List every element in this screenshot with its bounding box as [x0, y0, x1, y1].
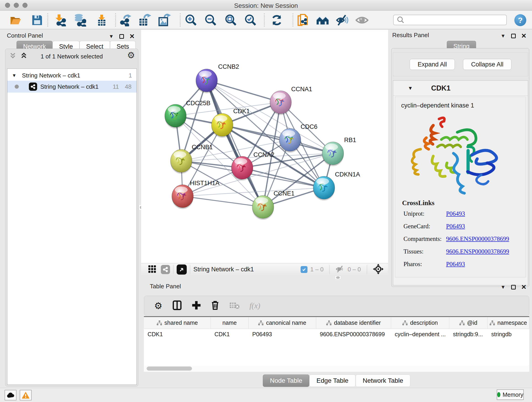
network-label: String Network – cdk1 [40, 83, 99, 90]
tab-edge-table[interactable]: Edge Table [309, 375, 355, 387]
refresh-icon[interactable] [270, 14, 283, 27]
column-label: @id [467, 319, 477, 326]
network-collection-row[interactable]: ▼ String Network – cdk1 1 [7, 70, 137, 81]
zoom-selected-icon[interactable] [244, 14, 257, 27]
crosslink-link[interactable]: 9606.ENSP00000378699 [446, 248, 509, 255]
table-panel-menu-icon[interactable]: ▼ [500, 284, 506, 290]
column-header-namespace[interactable]: namespace [488, 317, 529, 329]
import-table-file-icon[interactable] [95, 14, 108, 27]
zoom-fit-icon[interactable] [225, 14, 237, 27]
network-edge[interactable] [207, 80, 263, 207]
gene-entry-header[interactable]: ▼ CDK1 [393, 81, 528, 96]
network-view[interactable]: CCNB2CCNA1CDC25BCDK1CDC6RB1CCNB1CCNA2CDK… [141, 30, 388, 275]
help-button[interactable]: ? [514, 14, 526, 26]
grid-mode-icon[interactable] [148, 265, 156, 274]
results-panel-float-icon[interactable] [511, 34, 516, 38]
column-header-shared-name[interactable]: shared name [144, 317, 211, 329]
crosslink-link[interactable]: P06493 [446, 223, 465, 230]
warning-button[interactable] [20, 390, 32, 400]
network-edge[interactable] [207, 80, 281, 102]
network-node-cdc6[interactable] [279, 128, 301, 153]
export-network-icon[interactable] [119, 14, 132, 27]
export-image-icon[interactable] [158, 14, 171, 27]
function-builder-icon[interactable]: f(x) [249, 301, 260, 310]
show-columns-icon[interactable] [172, 300, 182, 311]
tab-network-table[interactable]: Network Table [355, 375, 410, 387]
network-node-cdk1[interactable] [211, 114, 233, 138]
control-panel-float-icon[interactable] [119, 34, 124, 39]
expand-all-button[interactable]: Expand All [410, 59, 455, 70]
column-header-description[interactable]: description [391, 317, 449, 329]
save-session-icon[interactable] [31, 14, 44, 27]
network-edge-count: 48 [125, 83, 132, 90]
collapse-all-button[interactable]: Collapse All [463, 59, 511, 70]
crosslink-link[interactable]: 9606.ENSP00000378699 [446, 235, 509, 242]
toolbar-separator [293, 13, 293, 27]
table-cell[interactable]: CDK1 [144, 329, 211, 339]
delete-table-icon[interactable] [229, 301, 239, 310]
network-options-gear-icon[interactable]: ⚙ [127, 50, 135, 60]
show-eye-icon[interactable] [355, 14, 368, 27]
tree-expander-icon[interactable]: ▼ [12, 73, 17, 78]
network-node-hist1h1a[interactable] [172, 185, 193, 209]
open-session-icon[interactable] [9, 14, 22, 27]
network-node-ccna1[interactable] [270, 91, 291, 115]
network-node-cdkn1a[interactable] [313, 176, 335, 201]
search-field[interactable] [393, 15, 507, 25]
hide-panel-eye-icon[interactable] [336, 14, 349, 27]
crosslink-link[interactable]: P06493 [446, 261, 465, 268]
table-cell[interactable]: 9606.ENSP00000378699 [316, 329, 391, 339]
control-panel-menu-icon[interactable]: ▼ [109, 33, 114, 39]
table-cell[interactable]: CDK1 [211, 329, 249, 339]
column-header-name[interactable]: name [211, 317, 249, 329]
selected-checkbox-icon[interactable] [301, 266, 307, 273]
column-header-database-identifier[interactable]: database identifier [316, 317, 391, 329]
table-horizontal-scrollbar[interactable] [144, 365, 529, 372]
network-row-selected[interactable]: String Network – cdk1 11 48 [7, 81, 137, 93]
search-input[interactable] [407, 17, 506, 23]
results-panel-close-icon[interactable]: ✕ [521, 32, 526, 40]
import-network-database-icon[interactable] [73, 14, 86, 27]
scrollbar-thumb[interactable] [147, 366, 192, 370]
control-panel-close-icon[interactable]: ✕ [129, 32, 135, 40]
network-node-ccnb1[interactable] [171, 149, 192, 174]
column-header-canonical-name[interactable]: canonical name [249, 317, 316, 329]
hidden-eye-icon[interactable] [336, 265, 345, 274]
network-node-rb1[interactable] [322, 142, 344, 166]
add-column-icon[interactable] [192, 301, 201, 311]
table-row[interactable]: CDK1CDK1P064939606.ENSP00000378699cyclin… [144, 329, 529, 339]
table-cell[interactable]: stringdb:9... [449, 329, 488, 339]
birds-eye-view-icon[interactable] [177, 264, 187, 274]
network-node-cdc25b[interactable] [165, 104, 186, 128]
column-header--id[interactable]: @id [449, 317, 488, 329]
results-panel-menu-icon[interactable]: ▼ [500, 33, 506, 39]
crosslink-row: Compartments: 9606.ENSP00000378699 [404, 235, 509, 242]
table-options-gear-icon[interactable]: ⚙ [154, 300, 162, 311]
network-node-ccna2[interactable] [231, 156, 253, 181]
collection-label: String Network – cdk1 [22, 72, 80, 79]
cloud-icon [6, 392, 15, 398]
zoom-in-icon[interactable] [185, 14, 197, 27]
network-canvas[interactable]: CCNB2CCNA1CDC25BCDK1CDC6RB1CCNB1CCNA2CDK… [141, 30, 388, 263]
table-cell[interactable]: cyclin–dependent ... [391, 329, 449, 339]
delete-column-icon[interactable] [211, 300, 219, 311]
network-edge[interactable] [183, 196, 263, 207]
fit-crosshair-icon[interactable] [373, 264, 384, 275]
table-cell[interactable]: P06493 [249, 329, 316, 339]
clone-network-icon[interactable] [297, 14, 309, 27]
import-network-file-icon[interactable] [54, 14, 67, 27]
gene-collapse-icon[interactable]: ▼ [408, 85, 413, 91]
home-legacy-icon[interactable] [316, 14, 329, 27]
export-table-icon[interactable] [138, 14, 151, 27]
memory-button[interactable]: Memory [497, 389, 524, 400]
cloud-button[interactable] [5, 390, 17, 400]
network-node-ccnb2[interactable] [196, 69, 217, 93]
network-share-icon[interactable] [161, 265, 170, 274]
table-cell[interactable]: stringdb [488, 329, 529, 339]
table-panel-float-icon[interactable] [511, 285, 516, 289]
tab-node-table[interactable]: Node Table [263, 375, 309, 387]
crosslink-link[interactable]: P06493 [446, 210, 465, 217]
network-node-ccne1[interactable] [252, 196, 274, 220]
zoom-out-icon[interactable] [204, 14, 217, 27]
table-panel-close-icon[interactable]: ✕ [521, 283, 526, 291]
